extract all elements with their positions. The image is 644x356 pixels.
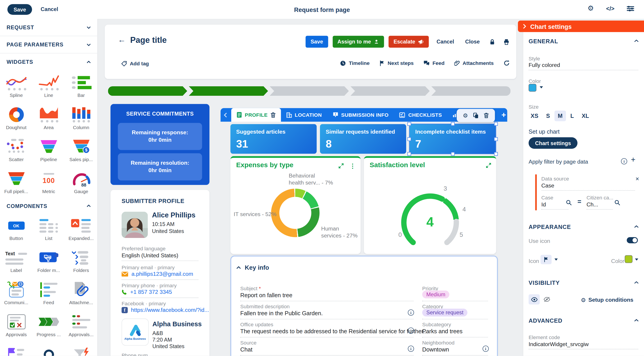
selection-handle[interactable] xyxy=(494,137,498,141)
component-approvals-list[interactable]: Approvals... xyxy=(65,309,97,341)
component-folders[interactable]: Folders xyxy=(65,245,97,277)
widget-doughnut[interactable]: Doughnut xyxy=(0,102,32,134)
tab-profile[interactable]: PROFILE xyxy=(231,108,281,122)
record-save-button[interactable]: Save xyxy=(306,36,328,48)
widget-spline[interactable]: Spline xyxy=(0,70,32,102)
back-button[interactable]: ← xyxy=(118,35,126,44)
component-progress-bar[interactable]: Progress ... xyxy=(32,309,65,341)
category-field[interactable]: Service request xyxy=(422,309,468,316)
phone-link[interactable]: +1 857 372 3345 xyxy=(130,289,172,295)
selection-handle[interactable] xyxy=(451,152,455,156)
size-xs[interactable]: XS xyxy=(531,113,538,119)
stage-segment[interactable] xyxy=(270,86,349,96)
tabs-scroll-left[interactable] xyxy=(220,108,230,122)
widget-area[interactable]: Area xyxy=(32,102,65,134)
widget-column[interactable]: Column xyxy=(65,102,97,134)
info-icon[interactable]: i xyxy=(408,346,414,352)
subcategory-field[interactable]: Parks and trees xyxy=(422,328,462,334)
timeline-link[interactable]: Timeline xyxy=(340,60,370,66)
remove-filter-icon[interactable]: × xyxy=(636,175,639,182)
component-communications[interactable]: Communi... xyxy=(0,277,32,309)
widget-line[interactable]: Line xyxy=(32,70,65,102)
tab-location[interactable]: LOCATION xyxy=(281,108,327,122)
record-cancel-button[interactable]: Cancel xyxy=(433,36,457,48)
add-filter-icon[interactable]: + xyxy=(631,155,636,164)
info-icon[interactable]: i xyxy=(408,309,414,315)
equals-operator[interactable]: = xyxy=(578,198,582,205)
visible-toggle-button[interactable] xyxy=(528,294,540,305)
description-field[interactable]: Fallen tree in the Public Garden. xyxy=(240,310,323,316)
search-icon[interactable] xyxy=(614,200,620,205)
icon-picker[interactable] xyxy=(540,255,552,264)
widget-metric[interactable]: 100 Metric xyxy=(32,167,65,198)
office-updates-field[interactable]: The request needs to be addressed to the… xyxy=(240,328,405,334)
process-settings-icon[interactable]: ⚙ xyxy=(588,5,594,12)
component-partial-3[interactable] xyxy=(65,341,97,356)
feed-link[interactable]: Feed xyxy=(424,60,444,66)
widget-settings-icon[interactable]: ⚙ xyxy=(463,113,468,119)
size-l[interactable]: L xyxy=(570,113,574,119)
size-s[interactable]: S xyxy=(546,113,550,119)
caret-down-icon[interactable] xyxy=(540,86,543,88)
component-folder-menu[interactable]: Folder m... xyxy=(32,245,65,277)
kebab-menu-icon[interactable]: ⋮ xyxy=(350,163,356,169)
trash-icon[interactable] xyxy=(270,112,276,118)
collapse-panel-icon[interactable] xyxy=(523,24,526,29)
collapse-chevron-icon[interactable] xyxy=(236,266,241,269)
lock-icon[interactable] xyxy=(489,39,495,45)
neighborhood-field[interactable]: Downtown xyxy=(422,346,449,352)
component-approvals[interactable]: Approvals xyxy=(0,309,32,341)
tab-checklists[interactable]: CHECKLISTS xyxy=(394,108,447,122)
data-source-select[interactable]: Case xyxy=(541,183,554,189)
widget-pipeline[interactable]: Pipeline xyxy=(32,134,65,166)
widget-delete-icon[interactable] xyxy=(484,113,489,119)
record-close-button[interactable]: Close xyxy=(462,36,483,48)
hidden-toggle-button[interactable] xyxy=(543,297,550,302)
subject-field[interactable]: Report on fallen tree xyxy=(240,292,292,298)
add-tab-button[interactable]: + xyxy=(498,108,509,122)
size-xl[interactable]: XL xyxy=(582,113,589,119)
metric-card-similar-requests[interactable]: Similar requests identified 8 xyxy=(320,124,406,154)
caret-down-icon[interactable] xyxy=(635,258,638,260)
component-button[interactable]: OK Button xyxy=(0,213,32,245)
widget-copy-icon[interactable] xyxy=(473,113,479,119)
source-field[interactable]: Chat xyxy=(240,346,252,352)
printer-icon[interactable] xyxy=(503,39,510,45)
sidebar-section-widgets[interactable]: WIDGETS xyxy=(0,53,97,70)
refresh-icon[interactable] xyxy=(504,60,510,66)
component-list[interactable]: List xyxy=(32,213,65,245)
stage-segment[interactable] xyxy=(432,86,511,96)
component-partial-2[interactable] xyxy=(32,341,65,356)
setup-conditions-button[interactable]: ⚙ Setup conditions xyxy=(581,297,634,303)
component-attachments[interactable]: Attachme... xyxy=(65,277,97,309)
component-label[interactable]: Text Label xyxy=(0,245,32,277)
widget-gauge[interactable]: 88 Gauge xyxy=(65,167,97,198)
tab-submission-info[interactable]: SUBMISSION INFO xyxy=(327,108,394,122)
chart-settings-button[interactable]: Chart settings xyxy=(528,137,577,149)
selection-handle[interactable] xyxy=(494,152,498,156)
email-link[interactable]: a.phillips123@gmail.com xyxy=(132,271,193,277)
selection-handle[interactable] xyxy=(407,152,411,156)
info-icon[interactable]: i xyxy=(408,328,414,334)
use-icon-toggle[interactable] xyxy=(627,237,638,243)
info-icon[interactable]: i xyxy=(482,346,489,352)
widget-bar[interactable]: Bar xyxy=(65,70,97,102)
component-feed[interactable]: Feed xyxy=(32,277,65,309)
escalate-button[interactable]: Escalate xyxy=(389,36,429,48)
facebook-link[interactable]: https://www.facebook.com/?id... xyxy=(131,307,209,313)
priority-field[interactable]: Medium xyxy=(422,291,450,298)
style-select[interactable]: Fully colored xyxy=(528,62,560,68)
filter-right-field[interactable]: Ch... xyxy=(586,201,598,207)
expenses-doughnut[interactable] xyxy=(271,189,320,237)
stage-segment[interactable] xyxy=(189,86,268,96)
case-stage-progress-bar[interactable] xyxy=(108,86,511,96)
selection-handle[interactable] xyxy=(407,137,411,141)
expand-icon[interactable] xyxy=(338,163,344,169)
sidebar-section-page-parameters[interactable]: PAGE PARAMETERS xyxy=(0,36,97,54)
add-tag-button[interactable]: Add tag xyxy=(121,61,149,67)
selection-handle[interactable] xyxy=(451,122,455,126)
expand-icon[interactable] xyxy=(486,163,491,168)
chevron-up-icon[interactable] xyxy=(634,319,638,322)
sidebar-section-request[interactable]: REQUEST xyxy=(0,19,97,36)
icon-color-swatch[interactable] xyxy=(625,255,632,263)
